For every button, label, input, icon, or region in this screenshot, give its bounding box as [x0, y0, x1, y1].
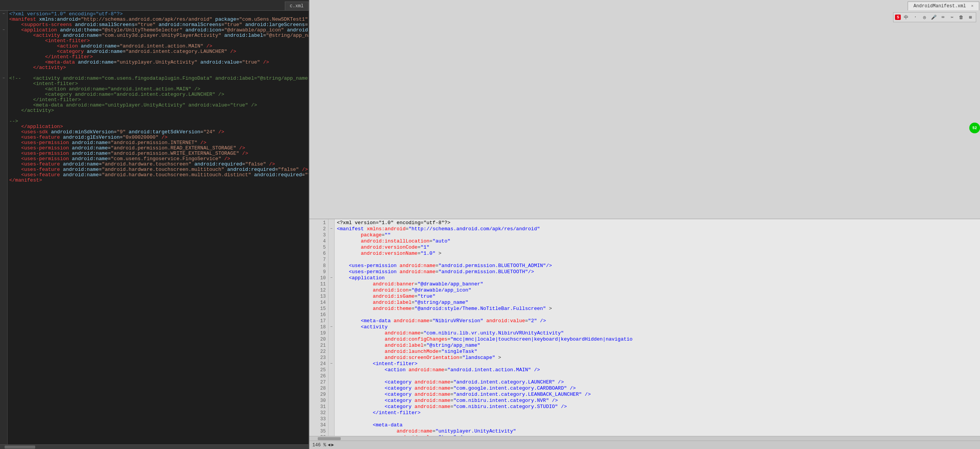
grid-icon[interactable]: ⊞	[967, 13, 974, 21]
r-fold-22[interactable]	[328, 349, 334, 355]
r-fold-19[interactable]	[328, 330, 334, 336]
right-scrollbar-h[interactable]	[309, 436, 980, 441]
left-pane: c.xml − − − <?xml version="1.0" encoding…	[0, 0, 309, 449]
left-gutter: − − −	[0, 11, 8, 444]
left-scrollbar[interactable]	[0, 444, 309, 449]
line-num-35: 35	[309, 428, 326, 434]
line-num-20: 20	[309, 336, 326, 342]
left-code-content: <?xml version="1.0" encoding="utf-8"?> <…	[8, 11, 309, 444]
r-fold-6[interactable]	[328, 251, 334, 257]
line-num-34: 34	[309, 422, 326, 428]
line-num-28: 28	[309, 385, 326, 392]
main-container: c.xml − − − <?xml version="1.0" encoding…	[0, 0, 980, 449]
r-fold-5[interactable]	[328, 244, 334, 251]
fold-marker-7[interactable]	[2, 44, 6, 49]
r-fold-24[interactable]: −	[328, 361, 334, 367]
green-badge: 52	[969, 123, 980, 133]
r-fold-9[interactable]	[328, 269, 334, 275]
r-fold-10[interactable]: −	[328, 275, 334, 281]
fold-marker-6[interactable]	[2, 38, 6, 44]
fold-marker-1[interactable]: −	[2, 11, 6, 17]
r-fold-18[interactable]: −	[328, 324, 334, 330]
right-tab-bar: AndroidManifest.xml ×	[309, 0, 980, 219]
line-num-17: 17	[309, 318, 326, 324]
left-code-area: − − − <?xml version="1.0" encoding="utf-…	[0, 11, 309, 444]
line-num-23: 23	[309, 355, 326, 361]
line-num-19: 19	[309, 330, 326, 336]
right-fold-gutter: − − −	[328, 219, 335, 436]
fold-marker-10[interactable]	[2, 60, 6, 65]
r-fold-8[interactable]	[328, 263, 334, 269]
left-scroll-thumb[interactable]	[5, 446, 35, 449]
line-num-24: 24	[309, 361, 326, 367]
fold-marker-11[interactable]	[2, 65, 6, 70]
line-num-16: 16	[309, 312, 326, 318]
line-num-1: 1	[309, 220, 326, 226]
r-fold-21[interactable]	[328, 342, 334, 349]
left-tab[interactable]: c.xml	[285, 2, 309, 10]
dot-icon[interactable]: ·	[911, 13, 919, 21]
badge-label: 52	[972, 126, 977, 130]
line-num-8: 8	[309, 263, 326, 269]
line-num-32: 32	[309, 410, 326, 416]
line-num-22: 22	[309, 349, 326, 355]
line-num-33: 33	[309, 416, 326, 422]
line-num-5: 5	[309, 244, 326, 251]
line-num-30: 30	[309, 398, 326, 404]
r-fold-16[interactable]	[328, 312, 334, 318]
r-fold-13[interactable]	[328, 293, 334, 300]
fold-marker-9[interactable]	[2, 54, 6, 60]
right-tab[interactable]: AndroidManifest.xml ×	[908, 2, 979, 10]
bottom-bar: 146 % ◄ ►	[309, 441, 980, 449]
line-numbers: 1 2 3 4 5 6 7 8 9 10 11 12 13 14 15 16 1…	[309, 219, 328, 436]
line-num-13: 13	[309, 293, 326, 300]
circle-icon[interactable]: ◎	[921, 13, 928, 21]
mic-icon[interactable]: 🎤	[930, 13, 938, 21]
line-num-15: 15	[309, 306, 326, 312]
r-fold-17[interactable]	[328, 318, 334, 324]
line-num-21: 21	[309, 342, 326, 349]
line-num-29: 29	[309, 392, 326, 398]
fold-marker-13[interactable]: −	[2, 76, 6, 81]
toolbar-overlay: S 中 · ◎ 🎤 ⌨ ✂ 🗑 ⊞	[893, 12, 976, 22]
fold-marker-8[interactable]	[2, 49, 6, 54]
chinese-icon[interactable]: 中	[902, 13, 910, 21]
right-code-content: <?xml version="1.0" encoding="utf-8"?> <…	[335, 219, 980, 436]
line-num-6: 6	[309, 251, 326, 257]
fold-marker-12[interactable]	[2, 70, 6, 76]
scissors-icon[interactable]: ✂	[948, 13, 956, 21]
line-num-2: 2	[309, 226, 326, 232]
r-fold-20[interactable]	[328, 336, 334, 342]
fold-marker-2[interactable]	[2, 17, 6, 22]
r-fold-7[interactable]	[328, 257, 334, 263]
r-fold-11[interactable]	[328, 281, 334, 287]
line-num-31: 31	[309, 404, 326, 410]
line-num-12: 12	[309, 287, 326, 293]
r-fold-12[interactable]	[328, 287, 334, 293]
r-fold-23[interactable]	[328, 355, 334, 361]
r-fold-4[interactable]	[328, 238, 334, 244]
tab-close-button[interactable]: ×	[971, 4, 973, 8]
r-fold-14[interactable]	[328, 300, 334, 306]
r-fold-15[interactable]	[328, 306, 334, 312]
line-num-11: 11	[309, 281, 326, 287]
r-fold-3[interactable]	[328, 232, 334, 238]
right-scroll-thumb-h[interactable]	[318, 437, 341, 440]
line-num-27: 27	[309, 379, 326, 385]
trash-icon[interactable]: 🗑	[957, 13, 965, 21]
r-fold-1[interactable]	[328, 220, 334, 226]
r-fold-2[interactable]: −	[328, 226, 334, 232]
fold-marker-5[interactable]	[2, 33, 6, 38]
line-num-25: 25	[309, 367, 326, 373]
line-num-7: 7	[309, 257, 326, 263]
fold-marker-3[interactable]	[2, 22, 6, 28]
zoom-decrease[interactable]: ◄	[328, 442, 330, 448]
fold-marker-4[interactable]: −	[2, 28, 6, 33]
left-tab-label: c.xml	[290, 3, 304, 9]
keyboard-icon[interactable]: ⌨	[939, 13, 947, 21]
line-num-18: 18	[309, 324, 326, 330]
zoom-increase[interactable]: ►	[331, 442, 334, 448]
sogou-logo[interactable]: S	[895, 15, 901, 20]
line-num-14: 14	[309, 300, 326, 306]
r-fold-25[interactable]	[328, 367, 334, 373]
